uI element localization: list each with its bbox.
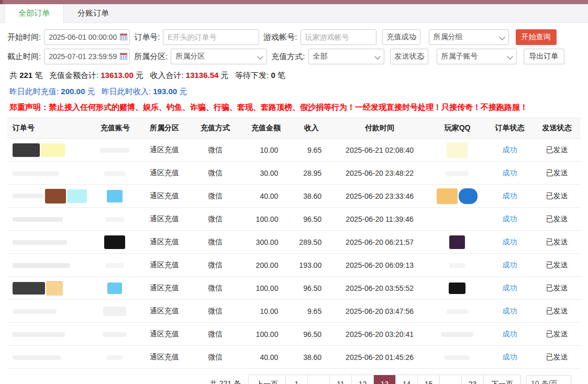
start-time-input[interactable] xyxy=(44,29,130,45)
redacted-block xyxy=(441,332,473,337)
amount-cell: 40.00 xyxy=(240,185,292,208)
redacted-block xyxy=(13,263,70,268)
page-button-15[interactable]: 15 xyxy=(417,375,439,384)
page-size-select[interactable]: 10 条/页 xyxy=(526,375,571,384)
sub-account-select[interactable]: 所属子账号 xyxy=(437,49,517,64)
page-ellipsis: ... xyxy=(307,375,329,384)
pay-method-cell: 微信 xyxy=(190,323,240,346)
redacted-block xyxy=(103,332,127,337)
orders-tbody: 通区充值微信10.009.652025-06-21 02:08:40成功已发送通… xyxy=(7,139,581,369)
income-cell: 193.00 xyxy=(292,254,331,277)
page-button-11[interactable]: 11 xyxy=(329,375,351,384)
amount-cell: 200.00 xyxy=(240,254,292,277)
player-qq-cell xyxy=(428,162,486,185)
recharge-account-cell xyxy=(92,208,139,231)
redacted-block xyxy=(100,148,129,153)
partition-cell: 通区充值 xyxy=(139,254,191,277)
player-qq-cell xyxy=(428,254,486,277)
partition-select[interactable]: 所属分区 xyxy=(171,49,267,64)
chevron-down-icon xyxy=(507,53,513,59)
column-header-1: 充值账号 xyxy=(92,118,139,139)
pay-time-cell: 2025-06-20 01:45:26 xyxy=(331,346,428,369)
end-time-label: 截止时间: xyxy=(7,52,41,62)
player-qq-cell xyxy=(428,231,486,254)
table-row: 通区充值微信10.009.652025-06-20 03:47:56成功已发送 xyxy=(7,300,581,323)
send-status-cell: 已发送 xyxy=(533,346,581,369)
order-status-cell: 成功 xyxy=(486,346,533,369)
column-header-9: 发送状态 xyxy=(533,118,581,139)
query-button[interactable]: 开始查询 xyxy=(516,29,557,45)
income-cell: 38.60 xyxy=(292,185,331,208)
income-cell: 96.50 xyxy=(292,277,331,300)
amount-cell: 300.00 xyxy=(240,231,292,254)
top-accent-bar xyxy=(0,0,588,4)
order-no-input[interactable] xyxy=(163,29,259,45)
recharge-account-cell xyxy=(92,185,139,208)
end-time-wrap xyxy=(44,49,130,64)
partition-cell: 通区充值 xyxy=(139,346,191,369)
group-select[interactable]: 所属分组 xyxy=(429,29,509,45)
page-button-23[interactable]: 23 xyxy=(461,375,483,384)
send-status-select[interactable]: 发送状态 xyxy=(390,49,428,64)
tab-split-orders[interactable]: 分账订单 xyxy=(64,4,123,22)
player-qq-cell xyxy=(428,323,486,346)
yesterday-income-value: 193.00 xyxy=(153,87,177,96)
order-no-cell xyxy=(7,346,92,369)
recharge-status-select[interactable]: 充值成功 xyxy=(382,29,420,45)
pay-method-cell: 微信 xyxy=(190,300,240,323)
redacted-block xyxy=(67,189,87,203)
calendar-icon[interactable] xyxy=(120,33,127,40)
player-qq-cell xyxy=(428,300,486,323)
send-status-cell: 已发送 xyxy=(533,277,581,300)
summary-pending-value: 0 xyxy=(271,71,275,80)
income-cell: 289.50 xyxy=(292,231,331,254)
send-status-cell: 已发送 xyxy=(533,231,581,254)
next-page-button[interactable]: 下一页 xyxy=(483,375,520,384)
tab-all-orders[interactable]: 全部订单 xyxy=(4,3,64,23)
calendar-icon[interactable] xyxy=(120,53,127,60)
pay-time-cell: 2025-06-20 03:20:41 xyxy=(331,323,428,346)
page-button-13[interactable]: 13 xyxy=(373,375,395,384)
chevron-down-icon xyxy=(499,34,505,40)
redacted-block xyxy=(445,355,470,360)
order-no-cell xyxy=(7,208,92,231)
pay-method-label: 充值方式: xyxy=(271,52,305,62)
order-no-cell xyxy=(7,139,92,162)
order-status-cell: 成功 xyxy=(486,208,533,231)
redacted-block xyxy=(13,217,63,222)
redacted-block xyxy=(13,282,45,295)
order-status-cell: 成功 xyxy=(486,277,533,300)
summary-amount-unit: 元 xyxy=(136,71,143,80)
redacted-block xyxy=(437,188,458,204)
partition-cell: 通区充值 xyxy=(139,208,191,231)
page-button-14[interactable]: 14 xyxy=(395,375,417,384)
column-header-2: 所属分区 xyxy=(139,118,191,139)
send-status-cell: 已发送 xyxy=(533,162,581,185)
send-status-cell: 已发送 xyxy=(533,139,581,162)
end-time-input[interactable] xyxy=(44,49,130,64)
page-button-12[interactable]: 12 xyxy=(351,375,373,384)
pay-method-cell: 微信 xyxy=(190,208,240,231)
yesterday-recharge-unit: 元 xyxy=(87,87,95,96)
summary-income-unit: 元 xyxy=(221,71,229,80)
pay-method-select[interactable]: 全部 xyxy=(308,49,384,64)
order-status-cell: 成功 xyxy=(486,254,533,277)
group-select-value: 所属分组 xyxy=(434,32,463,42)
page-button-1[interactable]: 1 xyxy=(285,375,307,384)
redacted-block xyxy=(13,309,57,314)
column-header-5: 收入 xyxy=(292,118,331,139)
table-row: 通区充值微信10.009.652025-06-21 02:08:40成功已发送 xyxy=(7,139,581,162)
pay-time-cell: 2025-06-20 03:47:56 xyxy=(331,300,428,323)
recharge-account-cell xyxy=(92,277,139,300)
pagination: 共 221 条 上一页1...1112131415...23下一页 10 条/页 xyxy=(7,375,571,384)
prev-page-button[interactable]: 上一页 xyxy=(249,375,285,384)
filter-row-2: 截止时间: 所属分区: 所属分区 充值方式: 全部 发送状态 所属子账号 导出订… xyxy=(7,49,581,64)
income-cell: 96.50 xyxy=(292,208,331,231)
order-no-cell xyxy=(7,231,92,254)
table-row: 通区充值微信30.0028.952025-06-20 23:48:22成功已发送 xyxy=(7,162,581,185)
game-account-input[interactable] xyxy=(301,29,376,45)
table-row: 通区充值微信300.00289.502025-06-20 06:21:57成功已… xyxy=(7,231,581,254)
order-status-cell: 成功 xyxy=(486,231,533,254)
export-button[interactable]: 导出订单 xyxy=(524,49,564,64)
order-no-cell xyxy=(7,185,92,208)
